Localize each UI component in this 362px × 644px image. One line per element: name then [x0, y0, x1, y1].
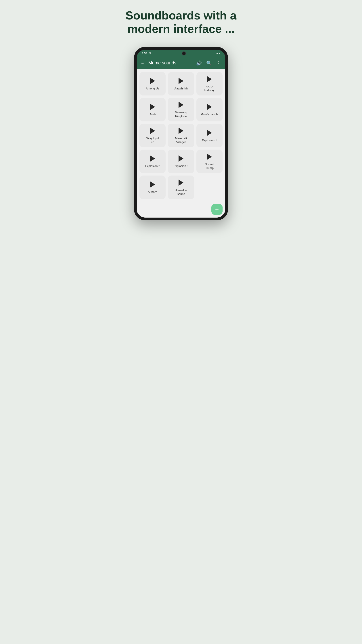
status-right: ▾ ◂ [216, 52, 220, 55]
sound-button-2[interactable]: Aaaahhhh [168, 72, 194, 96]
more-options-icon[interactable]: ⋮ [215, 60, 222, 67]
phone-screen: 3:53 ⚙ ▾ ◂ ≡ Meme sounds 🔊 🔍 ⋮ Among UsA… [137, 50, 225, 218]
play-icon [207, 130, 212, 136]
toolbar: ≡ Meme sounds 🔊 🔍 ⋮ [137, 57, 225, 69]
sound-grid: Among UsAaaahhhhFNAFHallwayBruhSamsungRi… [137, 69, 225, 202]
sound-button-6[interactable]: Goofy Laugh [196, 98, 223, 122]
sound-label: Airhorn [148, 190, 157, 194]
play-icon [150, 104, 155, 110]
play-icon [179, 78, 183, 84]
status-time: 3:53 [142, 52, 147, 55]
status-left: 3:53 ⚙ [142, 52, 151, 55]
sound-button-12[interactable]: DonaldTrump [196, 150, 223, 173]
phone-frame: 3:53 ⚙ ▾ ◂ ≡ Meme sounds 🔊 🔍 ⋮ Among UsA… [134, 47, 228, 220]
toolbar-actions: 🔊 🔍 ⋮ [195, 60, 222, 67]
sound-label: Aaaahhhh [174, 87, 187, 90]
settings-icon: ⚙ [149, 52, 151, 55]
play-icon [179, 102, 183, 108]
sound-button-3[interactable]: FNAFHallway [196, 72, 223, 96]
sound-label: Okay I pullup [146, 137, 159, 144]
sound-button-9[interactable]: Explosion 1 [196, 124, 223, 147]
sound-button-10[interactable]: Explosion 2 [139, 150, 166, 173]
sound-button-7[interactable]: Okay I pullup [139, 124, 166, 147]
volume-icon[interactable]: 🔊 [195, 60, 203, 67]
play-icon [179, 156, 183, 162]
play-icon [150, 78, 155, 84]
camera-hole [182, 52, 186, 56]
menu-icon[interactable]: ≡ [140, 60, 145, 66]
sound-label: Among Us [146, 87, 159, 90]
sound-button-14[interactable]: HitmarkerSound [168, 176, 194, 199]
sound-button-11[interactable]: Explosion 3 [168, 150, 194, 173]
sound-label: HitmarkerSound [175, 188, 187, 196]
sound-label: Explosion 3 [173, 164, 188, 168]
sound-button-4[interactable]: Bruh [139, 98, 166, 122]
signal-icon: ◂ [219, 52, 220, 55]
sound-label: DonaldTrump [205, 162, 214, 170]
add-sound-button[interactable]: + [211, 204, 223, 215]
toolbar-title: Meme sounds [148, 60, 193, 66]
sound-label: MinecraftVillager [175, 137, 187, 144]
sound-button-5[interactable]: SamsungRingtone [168, 98, 194, 122]
sound-label: FNAFHallway [204, 85, 215, 92]
play-icon [150, 181, 155, 188]
play-icon [150, 156, 155, 162]
sound-button-13[interactable]: Airhorn [139, 176, 166, 199]
play-icon [207, 154, 212, 160]
play-icon [179, 180, 183, 186]
play-icon [150, 128, 155, 134]
sound-label: Explosion 2 [145, 164, 160, 168]
wifi-icon: ▾ [216, 52, 218, 55]
sound-label: SamsungRingtone [175, 111, 187, 118]
status-bar: 3:53 ⚙ ▾ ◂ [137, 50, 225, 57]
play-icon [207, 104, 212, 110]
sound-label: Explosion 1 [202, 139, 217, 142]
search-icon[interactable]: 🔍 [205, 60, 213, 67]
fab-container: + [137, 202, 225, 218]
sound-label: Goofy Laugh [201, 113, 218, 116]
play-icon [179, 128, 183, 134]
sound-button-1[interactable]: Among Us [139, 72, 166, 96]
page-title: Soundboards with a modern interface ... [114, 9, 248, 36]
sound-button-8[interactable]: MinecraftVillager [168, 124, 194, 147]
sound-label: Bruh [149, 113, 156, 116]
play-icon [207, 76, 212, 82]
